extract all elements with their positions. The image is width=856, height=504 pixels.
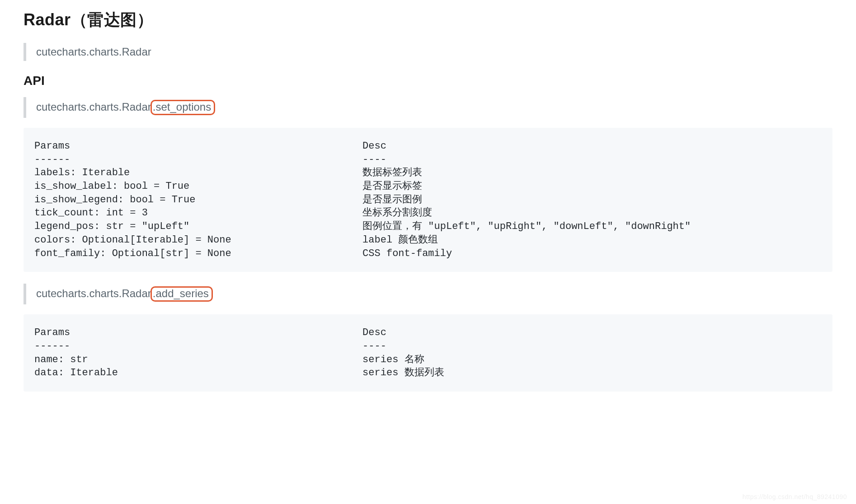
method-quote-set-options: cutecharts.charts.Radar.set_options <box>24 97 832 118</box>
module-path-text: cutecharts.charts.Radar <box>36 46 151 58</box>
api-heading: API <box>24 74 832 88</box>
method-name-highlight: .set_options <box>151 100 215 115</box>
code-block-add-series: Params Desc ------ ---- name: str series… <box>24 314 832 392</box>
method-quote-add-series: cutecharts.charts.Radar.add_series <box>24 284 832 304</box>
code-block-set-options: Params Desc ------ ---- labels: Iterable… <box>24 128 832 272</box>
module-path-quote: cutecharts.charts.Radar <box>24 43 832 61</box>
method-prefix: cutecharts.charts.Radar <box>36 287 151 299</box>
method-name-highlight: .add_series <box>151 286 213 302</box>
page-title: Radar（雷达图） <box>24 9 832 31</box>
method-prefix: cutecharts.charts.Radar <box>36 101 151 113</box>
